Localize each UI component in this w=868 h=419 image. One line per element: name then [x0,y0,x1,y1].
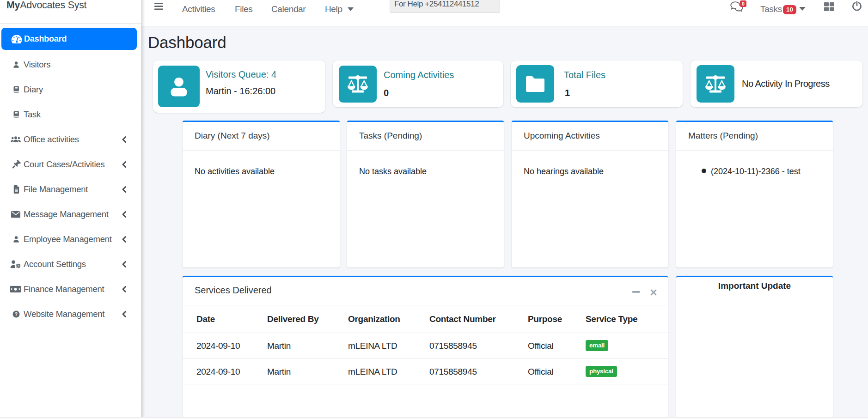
svg-text:?: ? [15,311,18,317]
